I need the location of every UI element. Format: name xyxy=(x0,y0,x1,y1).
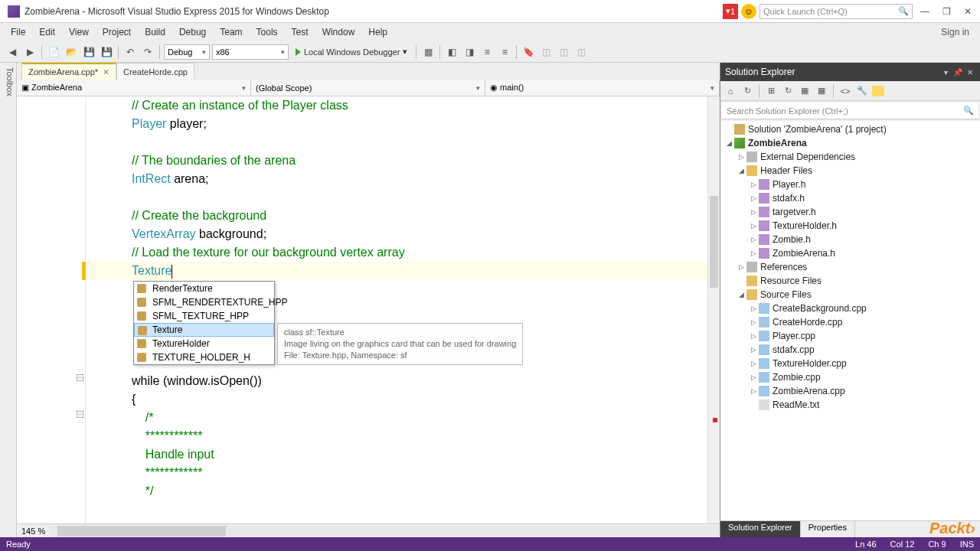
tree-row[interactable]: ◢ZombieArena xyxy=(720,136,980,150)
file-tab[interactable]: ZombieArena.cpp*✕ xyxy=(21,63,116,80)
function-scope-dropdown[interactable]: ◉ main()▾ xyxy=(485,80,720,96)
se-icon-d[interactable] xyxy=(872,86,884,96)
menu-bar: FileEditViewProjectBuildDebugTeamToolsTe… xyxy=(0,23,980,41)
platform-dropdown[interactable]: x86 xyxy=(212,44,289,60)
new-project-icon[interactable]: 📄 xyxy=(46,44,61,60)
tree-row[interactable]: ▷CreateHorde.cpp xyxy=(720,315,980,329)
solution-explorer-search[interactable]: Search Solution Explorer (Ctrl+;)🔍 xyxy=(722,103,978,119)
tree-row[interactable]: ReadMe.txt xyxy=(720,398,980,412)
intellisense-popup[interactable]: RenderTextureSFML_RENDERTEXTURE_HPPSFML_… xyxy=(133,281,275,365)
status-char: Ch 9 xyxy=(928,540,946,549)
pin-icon[interactable]: 📌 xyxy=(952,67,963,77)
bookmark-icon[interactable]: 🔖 xyxy=(521,44,536,60)
start-debugging-button[interactable]: Local Windows Debugger ▾ xyxy=(291,47,412,57)
tree-row[interactable]: ▷stdafx.h xyxy=(720,191,980,205)
undo-icon[interactable]: ↶ xyxy=(122,44,138,60)
tree-row[interactable]: ▷CreateBackground.cpp xyxy=(720,302,980,315)
intellisense-item[interactable]: SFML_TEXTURE_HPP xyxy=(134,309,274,323)
toolbox-panel-tab[interactable]: Toolbox xyxy=(0,63,17,537)
tree-row[interactable]: ◢Source Files xyxy=(720,288,980,302)
intellisense-item[interactable]: TextureHolder xyxy=(134,337,274,350)
tree-row[interactable]: ▷ZombieArena.cpp xyxy=(720,384,980,398)
tree-row[interactable]: ▷targetver.h xyxy=(720,205,980,219)
menu-debug[interactable]: Debug xyxy=(173,25,212,39)
se-icon-b[interactable]: ▦ xyxy=(798,84,812,98)
properties-tab[interactable]: Properties xyxy=(801,521,855,537)
tree-row[interactable]: ▷TextureHolder.h xyxy=(720,219,980,233)
tb-icon-c[interactable]: ◨ xyxy=(462,44,477,60)
tree-row[interactable]: ▷Player.cpp xyxy=(720,329,980,343)
tree-row[interactable]: Solution 'ZombieArena' (1 project) xyxy=(720,122,980,136)
redo-icon[interactable]: ↷ xyxy=(140,44,155,60)
tb-icon-b[interactable]: ◧ xyxy=(444,44,459,60)
nav-back-icon[interactable]: ◀ xyxy=(5,44,20,60)
file-tab[interactable]: CreateHorde.cpp xyxy=(116,63,194,80)
zoom-level[interactable]: 145 % xyxy=(17,527,50,536)
menu-project[interactable]: Project xyxy=(96,25,137,39)
tree-row[interactable]: ▷Zombie.cpp xyxy=(720,370,980,384)
solution-explorer-toolbar: ⌂ ↻ ⊞ ↻ ▦ ▦ <> 🔧 xyxy=(720,81,980,101)
quick-launch-input[interactable]: Quick Launch (Ctrl+Q)🔍 xyxy=(760,4,913,19)
status-line: Ln 46 xyxy=(855,540,877,549)
code-editor[interactable]: − − // Create an instance of the Player … xyxy=(17,96,720,523)
tree-row[interactable]: ▷Zombie.h xyxy=(720,233,980,246)
notification-badge[interactable]: ▾1 xyxy=(723,4,738,19)
tb-icon-e[interactable]: ◫ xyxy=(556,44,571,60)
tree-row[interactable]: ▷References xyxy=(720,260,980,274)
solution-explorer-tab[interactable]: Solution Explorer xyxy=(720,521,801,537)
panel-close-icon[interactable]: ✕ xyxy=(965,67,975,77)
tb-icon-f[interactable]: ◫ xyxy=(573,44,589,60)
menu-help[interactable]: Help xyxy=(362,25,394,39)
se-wrench-icon[interactable]: 🔧 xyxy=(855,84,869,98)
intellisense-item[interactable]: SFML_RENDERTEXTURE_HPP xyxy=(134,295,274,309)
save-all-icon[interactable]: 💾 xyxy=(99,44,114,60)
namespace-scope-dropdown[interactable]: (Global Scope)▾ xyxy=(251,80,485,96)
outdent-icon[interactable]: ≡ xyxy=(479,44,495,60)
open-icon[interactable]: 📂 xyxy=(64,44,79,60)
tb-icon-d[interactable]: ◫ xyxy=(538,44,554,60)
panel-menu-icon[interactable]: ▾ xyxy=(940,67,951,77)
status-bar: Ready Ln 46 Col 12 Ch 9 INS xyxy=(0,537,980,551)
close-button[interactable]: ✕ xyxy=(959,4,977,19)
solution-explorer-header: Solution Explorer ▾ 📌 ✕ xyxy=(720,63,980,81)
tree-row[interactable]: ▷stdafx.cpp xyxy=(720,343,980,357)
horizontal-scrollbar[interactable] xyxy=(50,526,720,536)
tree-row[interactable]: ▷Player.h xyxy=(720,178,980,191)
menu-test[interactable]: Test xyxy=(286,25,315,39)
close-tab-icon[interactable]: ✕ xyxy=(103,67,109,77)
menu-file[interactable]: File xyxy=(5,25,31,39)
se-icon-c[interactable]: ▦ xyxy=(815,84,828,98)
config-dropdown[interactable]: Debug xyxy=(164,44,210,60)
minimize-button[interactable]: — xyxy=(916,4,934,19)
se-code-icon[interactable]: <> xyxy=(838,84,852,98)
menu-tools[interactable]: Tools xyxy=(250,25,284,39)
intellisense-item[interactable]: RenderTexture xyxy=(134,282,274,295)
menu-team[interactable]: Team xyxy=(214,25,248,39)
project-scope-dropdown[interactable]: ▣ ZombieArena▾ xyxy=(17,80,251,96)
tree-row[interactable]: ▷TextureHolder.cpp xyxy=(720,357,980,370)
se-back-icon[interactable]: ↻ xyxy=(740,84,754,98)
intellisense-item[interactable]: Texture xyxy=(134,323,274,337)
nav-fwd-icon[interactable]: ▶ xyxy=(22,44,38,60)
intellisense-item[interactable]: TEXTURE_HOLDER_H xyxy=(134,350,274,364)
se-home-icon[interactable]: ⌂ xyxy=(724,84,737,98)
vs-logo-icon xyxy=(8,5,20,18)
sign-in-link[interactable]: Sign in xyxy=(935,25,975,39)
menu-edit[interactable]: Edit xyxy=(33,25,61,39)
feedback-icon[interactable]: ☺ xyxy=(741,4,756,19)
menu-view[interactable]: View xyxy=(63,25,95,39)
solution-tree[interactable]: Solution 'ZombieArena' (1 project)◢Zombi… xyxy=(720,121,980,520)
restore-button[interactable]: ❐ xyxy=(937,4,956,19)
tree-row[interactable]: ▷ZombieArena.h xyxy=(720,246,980,260)
tree-row[interactable]: ▷External Dependencies xyxy=(720,150,980,164)
se-icon-a[interactable]: ⊞ xyxy=(764,84,778,98)
tb-icon-a[interactable]: ▦ xyxy=(420,44,436,60)
indent-icon[interactable]: ≡ xyxy=(497,44,512,60)
menu-build[interactable]: Build xyxy=(139,25,172,39)
status-col: Col 12 xyxy=(890,540,915,549)
se-refresh-icon[interactable]: ↻ xyxy=(781,84,795,98)
tree-row[interactable]: ◢Header Files xyxy=(720,164,980,178)
tree-row[interactable]: Resource Files xyxy=(720,274,980,288)
save-icon[interactable]: 💾 xyxy=(81,44,96,60)
menu-window[interactable]: Window xyxy=(316,25,361,39)
